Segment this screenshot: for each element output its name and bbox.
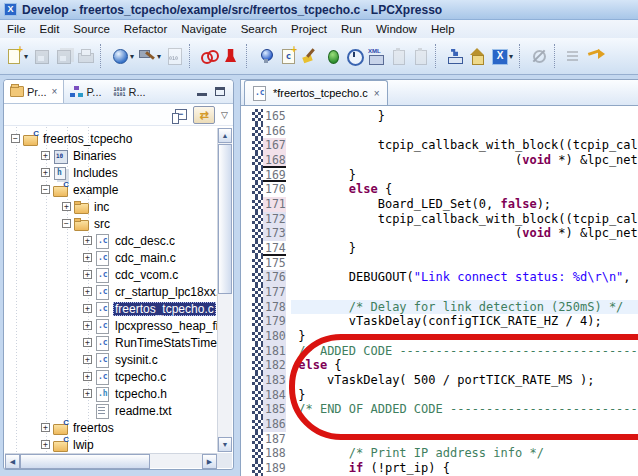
- tree-item-inc[interactable]: +inc: [5, 198, 217, 215]
- menu-search[interactable]: Search: [234, 22, 284, 36]
- code-line-169[interactable]: 169 }: [241, 168, 638, 183]
- code-line-167[interactable]: 167 tcpip_callback_with_block((tcpip_cal…: [241, 138, 638, 153]
- red-boot-button[interactable]: [220, 43, 242, 69]
- view-menu-icon[interactable]: ▽: [221, 110, 228, 120]
- expand-icon[interactable]: +: [62, 202, 71, 211]
- expand-icon[interactable]: +: [41, 168, 50, 177]
- dropdown-caret-icon[interactable]: ▾: [24, 52, 28, 61]
- collapse-all-icon[interactable]: [175, 109, 187, 120]
- scroll-up-icon[interactable]: ▲: [218, 128, 232, 143]
- tree-vertical-scrollbar[interactable]: ▲ ▼: [217, 128, 232, 452]
- code-line-182[interactable]: 182 else {: [241, 358, 638, 373]
- new-wizard-button[interactable]: ▾: [3, 43, 30, 69]
- tree-item-src[interactable]: −src: [5, 215, 217, 232]
- tree-item-freertos-tcpecho[interactable]: −freertos_tcpecho: [5, 130, 217, 147]
- code-line-187[interactable]: 187: [241, 432, 638, 447]
- expand-icon[interactable]: +: [83, 355, 92, 364]
- lpcxpresso-x-button[interactable]: ▾: [488, 43, 515, 69]
- debug-bug-button[interactable]: [321, 43, 343, 69]
- code-line-180[interactable]: 180 }: [241, 329, 638, 344]
- collapse-icon[interactable]: −: [62, 219, 71, 228]
- code-line-174[interactable]: 174 }: [241, 241, 638, 256]
- expand-icon[interactable]: +: [83, 304, 92, 313]
- red-link-button[interactable]: [198, 43, 220, 69]
- maximize-view-button[interactable]: [215, 87, 225, 96]
- tree-item-sysinit-c[interactable]: +sysinit.c: [5, 351, 217, 368]
- expand-icon[interactable]: +: [83, 338, 92, 347]
- dropdown-caret-icon[interactable]: ▾: [157, 52, 161, 61]
- tree-item-cdc-desc-c[interactable]: +cdc_desc.c: [5, 232, 217, 249]
- tree-item-freertos[interactable]: +freertos: [5, 419, 217, 436]
- minimize-view-button[interactable]: [197, 87, 207, 96]
- code-line-173[interactable]: 173 (void *) &lpc_netif, 1);: [241, 226, 638, 241]
- scrollbar-thumb[interactable]: [218, 144, 232, 294]
- menu-window[interactable]: Window: [369, 22, 424, 36]
- scroll-left-icon[interactable]: ◀: [5, 454, 20, 469]
- menu-help[interactable]: Help: [424, 22, 462, 36]
- menu-run[interactable]: Run: [334, 22, 369, 36]
- code-line-186[interactable]: 186: [241, 417, 638, 432]
- tab-registers[interactable]: 1010 0101 R...: [108, 80, 152, 103]
- new-c-wizard-button[interactable]: [277, 43, 299, 69]
- xml-tool-button[interactable]: [365, 43, 387, 69]
- code-line-183[interactable]: 183 vTaskDelay( 500 / portTICK_RATE_MS )…: [241, 373, 638, 388]
- build-hammer-button[interactable]: ▾: [136, 43, 163, 69]
- expand-icon[interactable]: +: [83, 321, 92, 330]
- code-line-175[interactable]: 175: [241, 256, 638, 271]
- code-line-168[interactable]: 168 (void *) &lpc_netif, 1);: [241, 153, 638, 168]
- clock-button[interactable]: [343, 43, 365, 69]
- expand-icon[interactable]: +: [83, 253, 92, 262]
- code-line-172[interactable]: 172 tcpip_callback_with_block((tcpip_cal…: [241, 212, 638, 227]
- tree-item-lpcxpresso-heap-fix-c[interactable]: +lpcxpresso_heap_fix.c: [5, 317, 217, 334]
- menu-source[interactable]: Source: [66, 22, 116, 36]
- close-icon[interactable]: ×: [374, 88, 380, 99]
- code-line-165[interactable]: 165 }: [241, 109, 638, 124]
- tree-item-freertos-tcpecho-c[interactable]: +freertos_tcpecho.c: [5, 300, 217, 317]
- code-line-166[interactable]: 166: [241, 124, 638, 139]
- tree-item-runtimestatstimer-c[interactable]: +RunTimeStatsTimer.c: [5, 334, 217, 351]
- tree-item-cr-startup-lpc18xx-c[interactable]: +cr_startup_lpc18xx.c: [5, 283, 217, 300]
- tree-item-readme-txt[interactable]: readme.txt: [5, 402, 217, 419]
- expand-icon[interactable]: +: [41, 151, 50, 160]
- tree-item-tcpecho-c[interactable]: +tcpecho.c: [5, 368, 217, 385]
- code-line-185[interactable]: 185 /* END OF ADDED CODE ---------------…: [241, 402, 638, 417]
- tree-item-lwip[interactable]: +lwip: [5, 436, 217, 452]
- tab-freertos-tcpecho-c[interactable]: *freertos_tcpecho.c ×: [244, 80, 388, 105]
- broom-button[interactable]: [299, 43, 321, 69]
- code-area[interactable]: 165 }166167 tcpip_callback_with_block((t…: [241, 106, 638, 476]
- expand-icon[interactable]: +: [41, 440, 50, 449]
- link-with-editor-icon[interactable]: ⇄: [193, 106, 215, 124]
- menu-refactor[interactable]: Refactor: [117, 22, 174, 36]
- dropdown-caret-icon[interactable]: ▾: [130, 52, 134, 61]
- nav-forward-button[interactable]: [585, 43, 607, 69]
- code-line-189[interactable]: 189 if (!prt_ip) {: [241, 461, 638, 476]
- tree-item-tcpecho-h[interactable]: +tcpecho.h: [5, 385, 217, 402]
- expand-icon[interactable]: +: [83, 236, 92, 245]
- code-line-171[interactable]: 171 Board_LED_Set(0, false);: [241, 197, 638, 212]
- expand-icon[interactable]: +: [83, 270, 92, 279]
- collapse-icon[interactable]: −: [11, 134, 20, 143]
- menu-navigate[interactable]: Navigate: [174, 22, 233, 36]
- scrollbar-thumb[interactable]: [20, 454, 150, 469]
- menu-file[interactable]: File: [0, 22, 33, 36]
- code-line-170[interactable]: 170 else {: [241, 182, 638, 197]
- expand-icon[interactable]: +: [83, 372, 92, 381]
- tab-project-explorer[interactable]: Pr... ×: [4, 80, 64, 103]
- expand-icon[interactable]: +: [83, 389, 92, 398]
- lightbulb-button[interactable]: [255, 43, 277, 69]
- home-button[interactable]: [466, 43, 488, 69]
- scroll-right-icon[interactable]: ▶: [202, 454, 217, 469]
- tree-item-example[interactable]: −example: [5, 181, 217, 198]
- code-line-177[interactable]: 177: [241, 285, 638, 300]
- expand-icon[interactable]: +: [41, 423, 50, 432]
- menu-project[interactable]: Project: [284, 22, 334, 36]
- tree-horizontal-scrollbar[interactable]: ◀ ▶: [5, 453, 217, 468]
- debug-watch-button[interactable]: ▾: [109, 43, 136, 69]
- scroll-down-icon[interactable]: ▼: [218, 437, 232, 452]
- code-line-179[interactable]: 179 vTaskDelay(configTICK_RATE_HZ / 4);: [241, 314, 638, 329]
- code-line-181[interactable]: 181 /* ADDED CODE ----------------------…: [241, 344, 638, 359]
- code-line-176[interactable]: 176 DEBUGOUT("Link connect status: %d\r\…: [241, 270, 638, 285]
- expand-icon[interactable]: +: [83, 287, 92, 296]
- tree-item-includes[interactable]: +Includes: [5, 164, 217, 181]
- code-line-184[interactable]: 184 }: [241, 388, 638, 403]
